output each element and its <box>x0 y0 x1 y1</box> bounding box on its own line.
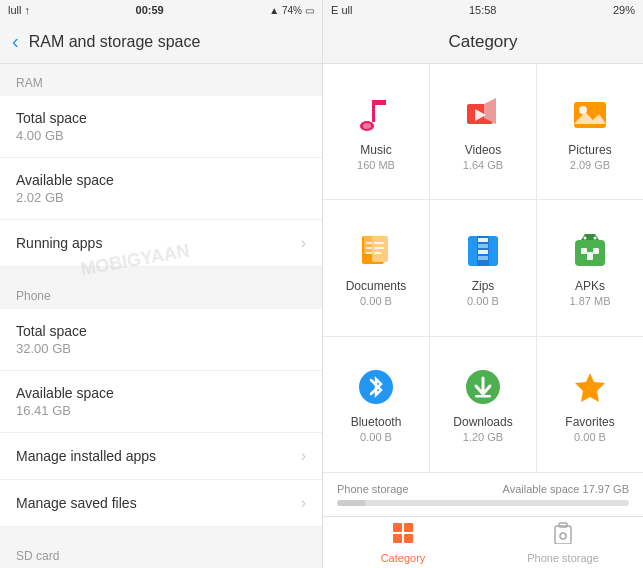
category-documents[interactable]: Documents 0.00 B <box>323 200 429 335</box>
storage-bar-fill <box>337 500 366 506</box>
music-label: Music <box>360 143 391 157</box>
svg-rect-2 <box>372 100 386 105</box>
tab-category[interactable]: Category <box>323 517 483 568</box>
category-bluetooth[interactable]: Bluetooth 0.00 B <box>323 337 429 472</box>
zips-label: Zips <box>472 279 495 293</box>
left-panel-title: RAM and storage space <box>29 33 201 51</box>
category-music[interactable]: Music 160 MB <box>323 64 429 199</box>
phone-total-label: Total space <box>16 323 87 339</box>
phone-available-label: Available space <box>16 385 114 401</box>
signal-left: lull ↑ <box>8 4 30 16</box>
svg-rect-40 <box>555 526 571 544</box>
right-panel-title: Category <box>449 32 518 52</box>
phone-storage-label: Phone storage <box>337 483 409 495</box>
category-nav-icon <box>392 522 414 549</box>
zips-size: 0.00 B <box>467 295 499 307</box>
category-favorites[interactable]: Favorites 0.00 B <box>537 337 643 472</box>
svg-rect-27 <box>581 248 587 254</box>
phone-total-value: 32.00 GB <box>16 341 87 356</box>
pictures-size: 2.09 GB <box>570 159 610 171</box>
svg-rect-22 <box>478 244 488 248</box>
divider-1 <box>0 267 322 277</box>
category-grid: Music 160 MB Videos 1.64 GB <box>323 64 643 472</box>
time-left: 00:59 <box>136 4 164 16</box>
svg-point-42 <box>560 533 566 539</box>
zips-icon <box>461 229 505 273</box>
divider-2 <box>0 527 322 537</box>
manage-files-item[interactable]: Manage saved files › <box>0 480 322 527</box>
storage-bar-section: Phone storage Available space 17.97 GB <box>323 472 643 516</box>
svg-rect-41 <box>559 523 567 527</box>
favorites-icon <box>568 365 612 409</box>
bluetooth-icon <box>354 365 398 409</box>
running-apps-item[interactable]: Running apps › <box>0 220 322 267</box>
svg-rect-36 <box>393 523 402 532</box>
back-button[interactable]: ‹ <box>12 30 19 53</box>
status-bar-right: E ull 15:58 29% <box>323 0 643 20</box>
manage-apps-chevron: › <box>301 447 306 465</box>
svg-rect-23 <box>478 250 488 254</box>
svg-rect-17 <box>374 247 384 249</box>
apks-size: 1.87 MB <box>570 295 611 307</box>
category-pictures[interactable]: Pictures 2.09 GB <box>537 64 643 199</box>
music-size: 160 MB <box>357 159 395 171</box>
videos-label: Videos <box>465 143 501 157</box>
category-zips[interactable]: Zips 0.00 B <box>430 200 536 335</box>
tab-phone-storage[interactable]: Phone storage <box>483 517 643 568</box>
status-icons-left: ▲ 74% ▭ <box>269 5 314 16</box>
category-videos[interactable]: Videos 1.64 GB <box>430 64 536 199</box>
apk-icon <box>568 229 612 273</box>
top-bar-left: ‹ RAM and storage space <box>0 20 322 64</box>
svg-rect-39 <box>404 534 413 543</box>
documents-label: Documents <box>346 279 407 293</box>
ram-total-item: Total space 4.00 GB <box>0 96 322 158</box>
pictures-icon <box>568 93 612 137</box>
videos-size: 1.64 GB <box>463 159 503 171</box>
phone-storage-nav-icon <box>552 522 574 549</box>
manage-apps-label: Manage installed apps <box>16 448 156 464</box>
downloads-size: 1.20 GB <box>463 431 503 443</box>
time-right: 15:58 <box>469 4 497 16</box>
svg-rect-24 <box>478 256 488 260</box>
pictures-label: Pictures <box>568 143 611 157</box>
manage-apps-item[interactable]: Manage installed apps › <box>0 433 322 480</box>
phone-total-item: Total space 32.00 GB <box>0 309 322 371</box>
svg-rect-7 <box>574 102 606 128</box>
downloads-icon <box>461 365 505 409</box>
battery-right: 29% <box>613 4 635 16</box>
documents-size: 0.00 B <box>360 295 392 307</box>
manage-files-label: Manage saved files <box>16 495 137 511</box>
bluetooth-label: Bluetooth <box>351 415 402 429</box>
category-downloads[interactable]: Downloads 1.20 GB <box>430 337 536 472</box>
svg-marker-26 <box>581 234 599 240</box>
tab-category-label: Category <box>381 552 426 564</box>
phone-available-value: 16.41 GB <box>16 403 114 418</box>
battery-icon: ▭ <box>305 5 314 16</box>
ram-total-value: 4.00 GB <box>16 128 87 143</box>
bluetooth-size: 0.00 B <box>360 431 392 443</box>
video-icon <box>461 93 505 137</box>
running-apps-chevron: › <box>301 234 306 252</box>
ram-total-label: Total space <box>16 110 87 126</box>
favorites-size: 0.00 B <box>574 431 606 443</box>
ram-available-label: Available space <box>16 172 114 188</box>
svg-rect-37 <box>404 523 413 532</box>
left-panel: lull ↑ 00:59 ▲ 74% ▭ ‹ RAM and storage s… <box>0 0 322 568</box>
svg-rect-29 <box>587 252 593 260</box>
signal-right: E ull <box>331 4 352 16</box>
tab-phone-storage-label: Phone storage <box>527 552 599 564</box>
storage-bar-labels: Phone storage Available space 17.97 GB <box>337 483 629 495</box>
svg-point-31 <box>594 236 597 239</box>
svg-rect-16 <box>374 242 384 244</box>
category-apks[interactable]: APKs 1.87 MB <box>537 200 643 335</box>
favorites-label: Favorites <box>565 415 614 429</box>
svg-rect-34 <box>475 395 491 398</box>
apks-label: APKs <box>575 279 605 293</box>
running-apps-label: Running apps <box>16 235 102 251</box>
music-icon <box>354 93 398 137</box>
ram-section-label: RAM <box>0 64 322 96</box>
status-bar-left: lull ↑ 00:59 ▲ 74% ▭ <box>0 0 322 20</box>
docs-icon <box>354 229 398 273</box>
svg-rect-18 <box>374 252 381 254</box>
ram-available-value: 2.02 GB <box>16 190 114 205</box>
